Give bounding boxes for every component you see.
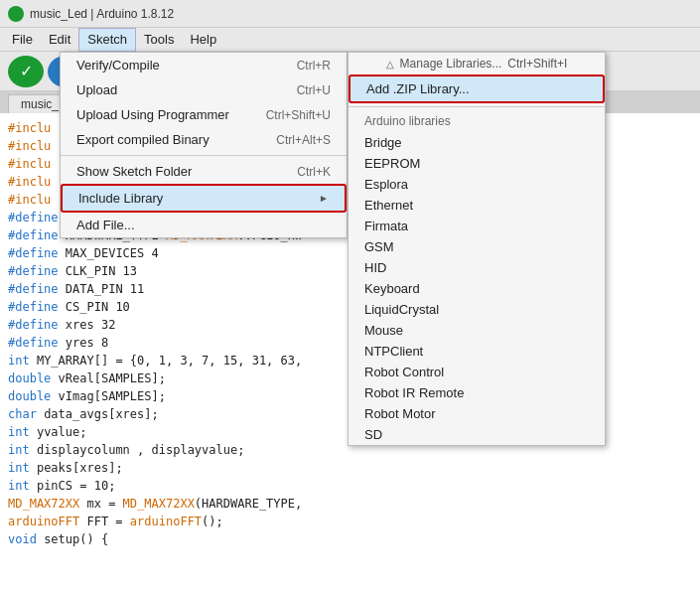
lib-ntpclient[interactable]: NTPClient bbox=[349, 341, 605, 362]
menu-upload[interactable]: Upload Ctrl+U bbox=[61, 77, 347, 102]
menu-add-file[interactable]: Add File... bbox=[61, 213, 347, 237]
lib-firmata[interactable]: Firmata bbox=[349, 216, 605, 236]
lib-liquidcrystal[interactable]: LiquidCrystal bbox=[349, 299, 605, 320]
lib-eeprom[interactable]: EEPROM bbox=[349, 153, 605, 174]
menu-tools[interactable]: Tools bbox=[136, 28, 182, 52]
add-zip-library-button[interactable]: Add .ZIP Library... bbox=[349, 74, 605, 103]
menu-separator bbox=[61, 155, 347, 156]
lib-robot-ir-remote[interactable]: Robot IR Remote bbox=[349, 382, 605, 403]
lib-ethernet[interactable]: Ethernet bbox=[349, 195, 605, 216]
sketch-dropdown: Verify/Compile Ctrl+R Upload Ctrl+U Uplo… bbox=[60, 52, 348, 238]
lib-bridge[interactable]: Bridge bbox=[349, 132, 605, 153]
lib-hid[interactable]: HID bbox=[349, 257, 605, 278]
lib-esplora[interactable]: Esplora bbox=[349, 174, 605, 195]
lib-gsm[interactable]: GSM bbox=[349, 236, 605, 257]
code-line: int peaks[xres]; bbox=[8, 459, 692, 477]
title-bar: music_Led | Arduino 1.8.12 bbox=[0, 0, 700, 28]
menu-help[interactable]: Help bbox=[182, 28, 224, 52]
lib-sd[interactable]: SD bbox=[349, 424, 605, 445]
menu-sketch[interactable]: Sketch bbox=[78, 28, 136, 52]
code-line: void setup() { bbox=[8, 530, 692, 548]
manage-libraries-label: Manage Libraries... bbox=[400, 57, 502, 71]
menu-show-folder[interactable]: Show Sketch Folder Ctrl+K bbox=[61, 159, 347, 184]
code-line: MD_MAX72XX mx = MD_MAX72XX(HARDWARE_TYPE… bbox=[8, 495, 692, 513]
lib-robot-motor[interactable]: Robot Motor bbox=[349, 403, 605, 424]
app-icon bbox=[8, 6, 24, 22]
menu-export-binary[interactable]: Export compiled Binary Ctrl+Alt+S bbox=[61, 127, 347, 152]
manage-libraries-header: △ Manage Libraries... Ctrl+Shift+I bbox=[349, 53, 605, 74]
menu-edit[interactable]: Edit bbox=[41, 28, 78, 52]
submenu-separator bbox=[349, 106, 605, 107]
menu-file[interactable]: File bbox=[4, 28, 41, 52]
manage-libraries-shortcut: Ctrl+Shift+I bbox=[507, 57, 567, 71]
menu-upload-programmer[interactable]: Upload Using Programmer Ctrl+Shift+U bbox=[61, 102, 347, 127]
lib-robot-control[interactable]: Robot Control bbox=[349, 362, 605, 382]
include-library-submenu: △ Manage Libraries... Ctrl+Shift+I Add .… bbox=[348, 52, 606, 446]
menu-include-library[interactable]: Include Library ► bbox=[61, 184, 347, 213]
code-line: arduinoFFT FFT = arduinoFFT(); bbox=[8, 513, 692, 530]
verify-button[interactable]: ✓ bbox=[8, 56, 44, 87]
arduino-libraries-label: Arduino libraries bbox=[349, 110, 605, 132]
submenu-arrow-icon: ► bbox=[319, 193, 329, 204]
lib-mouse[interactable]: Mouse bbox=[349, 320, 605, 341]
menu-verify[interactable]: Verify/Compile Ctrl+R bbox=[61, 53, 347, 77]
code-line: int pinCS = 10; bbox=[8, 477, 692, 495]
triangle-icon: △ bbox=[386, 59, 394, 70]
menu-bar: File Edit Sketch Tools Help bbox=[0, 28, 700, 52]
lib-keyboard[interactable]: Keyboard bbox=[349, 278, 605, 299]
title-bar-text: music_Led | Arduino 1.8.12 bbox=[30, 7, 174, 21]
